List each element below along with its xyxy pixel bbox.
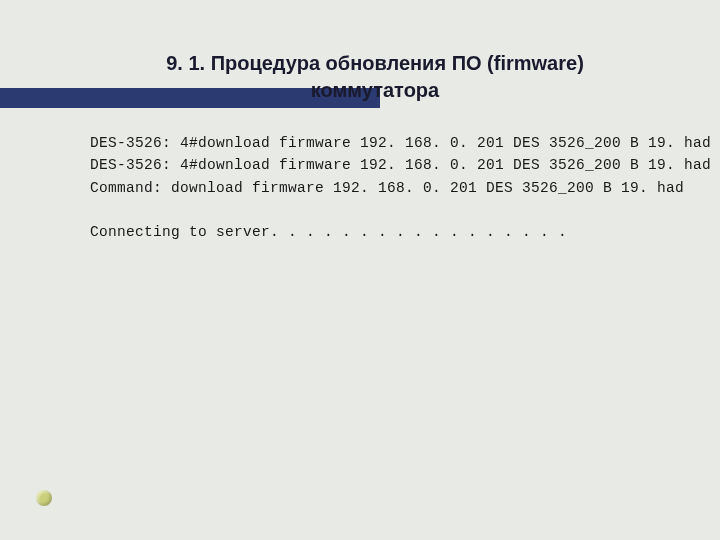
slide-header: 9. 1. Процедура обновления ПО (firmware)…: [90, 50, 660, 104]
terminal-line: Command: download firmware 192. 168. 0. …: [90, 177, 660, 199]
decorative-bullet-icon: [36, 490, 52, 506]
slide-container: 9. 1. Процедура обновления ПО (firmware)…: [0, 0, 720, 540]
terminal-status-line: Connecting to server. . . . . . . . . . …: [90, 221, 660, 243]
terminal-line: DES-3526: 4#download firmware 192. 168. …: [90, 154, 660, 176]
terminal-line: DES-3526: 4#download firmware 192. 168. …: [90, 132, 660, 154]
title-line-2: коммутатора: [311, 79, 439, 101]
title-line-1: 9. 1. Процедура обновления ПО (firmware): [166, 52, 584, 74]
page-title: 9. 1. Процедура обновления ПО (firmware)…: [90, 50, 660, 104]
terminal-output: DES-3526: 4#download firmware 192. 168. …: [90, 132, 660, 244]
blank-line: [90, 199, 660, 221]
